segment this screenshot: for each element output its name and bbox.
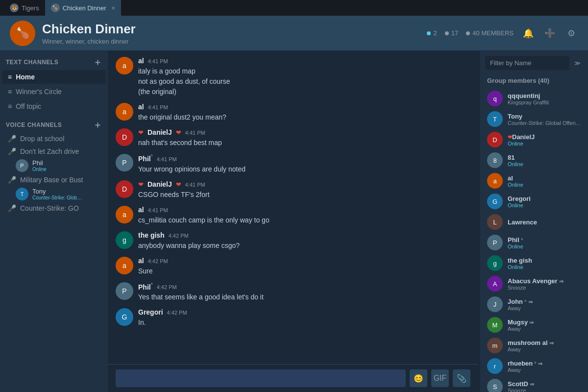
member-status: Online (508, 182, 581, 188)
header-actions: 2 17 40 MEMBERS 🔔 ➕ ⚙ (427, 26, 578, 40)
members-count: 40 MEMBERS (472, 29, 514, 37)
members-list: q qqquentinj Kingspray Graffiti T Tony C… (480, 86, 588, 392)
member-item[interactable]: J John ° ⇒ Away (483, 294, 585, 315)
member-item[interactable]: r rhueben ° ⇒ Away (483, 356, 585, 376)
msg-header: ❤ DanielJ ❤ 4:41 PM (138, 180, 470, 188)
member-item[interactable]: G Gregori Online (483, 191, 585, 212)
message-9: P Phil° 4:42 PM Yes that seems like a go… (116, 282, 470, 303)
voice-drop-at-school[interactable]: 🎤 Drop at school (2, 133, 106, 145)
member-info: 81 Online (508, 154, 581, 167)
msg-text: cs_militia couch camp is the only way to… (138, 215, 470, 225)
msg-time: 4:42 PM (169, 233, 189, 239)
online-dot (427, 31, 431, 35)
member-avatar: L (487, 214, 503, 230)
msg-header: Gregori 4:42 PM (138, 308, 470, 316)
members-filter-input[interactable] (485, 56, 569, 70)
member-item[interactable]: D ❤DanielJ Online (483, 129, 585, 150)
voice-channels-header: Voice Channels ＋ (0, 114, 108, 132)
channel-icon-offtopic: ≡ (8, 102, 12, 110)
members-expand-button[interactable]: ≫ (571, 57, 583, 69)
msg-header: al 4:41 PM (138, 206, 470, 214)
msg-content: ❤ DanielJ ❤ 4:41 PM nah that's second be… (138, 128, 470, 148)
msg-author: al (138, 206, 144, 214)
msg-time: 4:42 PM (157, 284, 177, 290)
gif-button[interactable]: GIF (431, 369, 449, 387)
tab-tigers[interactable]: 🐯 Tigers (4, 0, 45, 16)
msg-content: al 4:41 PM italy is a good mapnot as goo… (138, 57, 470, 97)
msg-time: 4:41 PM (185, 182, 205, 188)
channel-winners-label: Winner's Circle (16, 88, 62, 96)
bell-button[interactable]: 🔔 (521, 26, 535, 40)
member-item[interactable]: T Tony Counter-Strike: Global Offensive (483, 109, 585, 129)
add-friend-button[interactable]: ➕ (543, 26, 557, 40)
member-item[interactable]: g the gish Online (483, 253, 585, 273)
member-item[interactable]: m mushroom al ⇒ Away (483, 335, 585, 356)
member-item[interactable]: P Phil ° Online (483, 232, 585, 253)
msg-content: al 4:42 PM Sure (138, 257, 470, 276)
member-item[interactable]: M Mugsy ⇒ Away (483, 315, 585, 335)
emoji-button[interactable]: 😊 (410, 369, 427, 387)
member-info: Abacus Avenger ⇒ Snooze (508, 277, 581, 291)
voice-counter-strike[interactable]: 🎤 Counter-Strike: GO (2, 202, 106, 214)
member-info: John ° ⇒ Away (508, 298, 581, 311)
message-5: D ❤ DanielJ ❤ 4:41 PM CSGO needs TF's 2f… (116, 180, 470, 200)
msg-content: Gregori 4:42 PM In. (138, 308, 470, 328)
message-2: a al 4:41 PM the original dust2 you mean… (116, 103, 470, 122)
member-status: Counter-Strike: Global Offensive (508, 120, 581, 126)
channel-home[interactable]: ≡ Home (2, 70, 106, 84)
msg-header: Phil° 4:42 PM (138, 282, 470, 291)
msg-header: al 4:42 PM (138, 257, 470, 265)
member-status: Away (508, 367, 581, 373)
add-text-channel-button[interactable]: ＋ (93, 58, 102, 67)
settings-button[interactable]: ⚙ (564, 26, 578, 40)
channel-off-topic[interactable]: ≡ Off topic (2, 99, 106, 113)
message-4: P Phil° 4:41 PM Your wrong opinions are … (116, 154, 470, 174)
msg-avatar: D (116, 180, 133, 198)
member-item[interactable]: 8 81 Online (483, 150, 585, 171)
msg-avatar: a (116, 57, 133, 74)
voice-tony-status: Counter-Strike: Glob… (32, 195, 82, 200)
message-10: G Gregori 4:42 PM In. (116, 308, 470, 328)
members-header: Group members (40) (480, 73, 588, 86)
voice-drop-label: Drop at school (20, 135, 64, 143)
voice-channels-label: Voice Channels (6, 122, 62, 128)
member-item[interactable]: L Lawrence (483, 212, 585, 232)
msg-header: al 4:41 PM (138, 57, 470, 65)
member-name: mushroom al ⇒ (508, 339, 581, 346)
member-item[interactable]: A Abacus Avenger ⇒ Snooze (483, 273, 585, 294)
voice-phil-status: Online (32, 167, 47, 172)
tab-chicken-dinner-avatar: 🍗 (51, 3, 60, 12)
chat-area: a al 4:41 PM italy is a good mapnot as g… (108, 51, 478, 392)
msg-time: 4:41 PM (148, 58, 168, 64)
server-info: Chicken Dinner Winner, winner, chicken d… (42, 22, 427, 45)
member-name: John ° ⇒ (508, 298, 581, 305)
voice-military-label: Military Base or Bust (20, 176, 83, 184)
member-item[interactable]: a al Online (483, 171, 585, 191)
member-item[interactable]: q qqquentinj Kingspray Graffiti (483, 88, 585, 109)
voice-dont-let-zach[interactable]: 🎤 Don't let Zach drive (2, 146, 106, 157)
voice-user-phil[interactable]: P Phil Online (0, 158, 108, 173)
msg-time: 4:42 PM (148, 258, 168, 264)
member-info: ❤DanielJ Online (508, 133, 581, 147)
channel-winners-circle[interactable]: ≡ Winner's Circle (2, 85, 106, 98)
voice-military-base[interactable]: 🎤 Military Base or Bust (2, 174, 106, 186)
add-voice-channel-button[interactable]: ＋ (93, 121, 102, 129)
members-dot (466, 31, 470, 35)
message-8: a al 4:42 PM Sure (116, 257, 470, 276)
member-item[interactable]: S ScottD ⇒ Snooze (483, 376, 585, 392)
tab-chicken-dinner[interactable]: 🍗 Chicken Dinner ✕ (45, 0, 121, 16)
attach-button[interactable]: 📎 (453, 369, 470, 387)
member-avatar: P (487, 235, 503, 250)
voice-user-tony[interactable]: T Tony Counter-Strike: Glob… (0, 186, 108, 202)
member-info: qqquentinj Kingspray Graffiti (508, 92, 581, 105)
tab-close-icon[interactable]: ✕ (111, 5, 115, 11)
member-status: Away (508, 326, 581, 332)
member-status: Snooze (508, 388, 581, 392)
voice-tony-name: Tony (32, 188, 82, 195)
member-info: rhueben ° ⇒ Away (508, 360, 581, 373)
msg-avatar: P (116, 282, 133, 300)
member-status: Online (508, 264, 581, 270)
member-avatar: J (487, 296, 503, 312)
chat-input[interactable] (116, 369, 406, 387)
server-header: 🍗 Chicken Dinner Winner, winner, chicken… (0, 16, 588, 51)
